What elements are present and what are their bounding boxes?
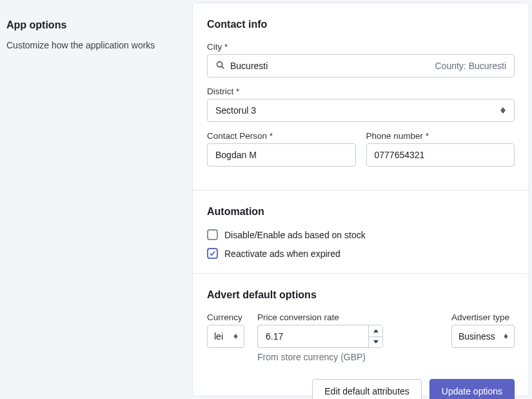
update-options-button[interactable]: Update options bbox=[429, 379, 515, 399]
county-label: County: Bucuresti bbox=[435, 61, 507, 71]
advert-heading: Advert default options bbox=[207, 289, 515, 301]
rate-label: Price conversion rate bbox=[257, 312, 383, 322]
phone-value: 0777654321 bbox=[375, 150, 425, 160]
svg-point-0 bbox=[217, 62, 222, 67]
stock-label: Disable/Enable ads based on stock bbox=[224, 230, 366, 240]
section-automation: Automation Disable/Enable ads based on s… bbox=[193, 190, 529, 274]
currency-select[interactable]: lei bbox=[207, 325, 244, 348]
person-value: Bogdan M bbox=[215, 150, 257, 160]
checkbox-row-reactivate[interactable]: Reactivate ads when expired bbox=[207, 248, 515, 259]
phone-input[interactable]: 0777654321 bbox=[366, 143, 515, 167]
sidebar: App options Customize how the applicatio… bbox=[0, 0, 192, 399]
stock-checkbox[interactable] bbox=[207, 229, 218, 240]
city-input[interactable]: Bucuresti County: Bucuresti bbox=[207, 54, 515, 77]
sidebar-title: App options bbox=[6, 19, 179, 31]
rate-input[interactable]: 6.17 bbox=[257, 325, 383, 348]
phone-label: Phone number * bbox=[366, 131, 515, 141]
field-contact-person: Contact Person * Bogdan M bbox=[207, 131, 356, 167]
person-input[interactable]: Bogdan M bbox=[207, 143, 356, 167]
field-city: City * Bucuresti County: Bucuresti bbox=[207, 42, 515, 77]
rate-hint: From store currency (GBP) bbox=[257, 352, 383, 362]
chevron-updown-icon bbox=[502, 332, 509, 341]
reactivate-label: Reactivate ads when expired bbox=[224, 249, 340, 259]
field-advertiser: Advertiser type Business bbox=[451, 312, 515, 348]
rate-stepper bbox=[368, 325, 382, 347]
chevron-updown-icon bbox=[232, 332, 239, 341]
rate-step-up[interactable] bbox=[369, 325, 382, 337]
district-label: District * bbox=[207, 87, 515, 96]
city-label: City * bbox=[207, 42, 515, 52]
contact-heading: Contact info bbox=[207, 19, 515, 30]
section-contact: Contact info City * Bucuresti County: Bu… bbox=[193, 3, 529, 190]
person-label: Contact Person * bbox=[207, 131, 356, 141]
city-value: Bucuresti bbox=[230, 61, 430, 71]
search-icon bbox=[215, 60, 225, 72]
advertiser-value: Business bbox=[458, 331, 495, 342]
district-value: Sectorul 3 bbox=[215, 105, 256, 116]
district-select[interactable]: Sectorul 3 bbox=[207, 99, 515, 122]
edit-attributes-button[interactable]: Edit default attributes bbox=[312, 379, 422, 399]
rate-value: 6.17 bbox=[258, 325, 368, 347]
checkbox-row-stock[interactable]: Disable/Enable ads based on stock bbox=[207, 229, 515, 240]
field-phone: Phone number * 0777654321 bbox=[366, 131, 515, 167]
sidebar-subtitle: Customize how the application works bbox=[6, 40, 179, 50]
currency-value: lei bbox=[214, 331, 223, 342]
footer: Edit default attributes Update options bbox=[193, 369, 529, 399]
section-advert: Advert default options Currency lei Pric… bbox=[193, 274, 529, 369]
advertiser-label: Advertiser type bbox=[451, 312, 515, 322]
main-panel: Contact info City * Bucuresti County: Bu… bbox=[192, 3, 529, 396]
advertiser-select[interactable]: Business bbox=[451, 325, 515, 348]
chevron-updown-icon bbox=[500, 106, 506, 115]
reactivate-checkbox[interactable] bbox=[207, 248, 218, 259]
svg-line-1 bbox=[222, 66, 224, 69]
field-rate: Price conversion rate 6.17 From store cu… bbox=[257, 312, 383, 362]
field-district: District * Sectorul 3 bbox=[207, 87, 515, 122]
currency-label: Currency bbox=[207, 312, 244, 322]
automation-heading: Automation bbox=[207, 206, 515, 218]
rate-step-down[interactable] bbox=[369, 337, 382, 348]
field-currency: Currency lei bbox=[207, 312, 244, 348]
